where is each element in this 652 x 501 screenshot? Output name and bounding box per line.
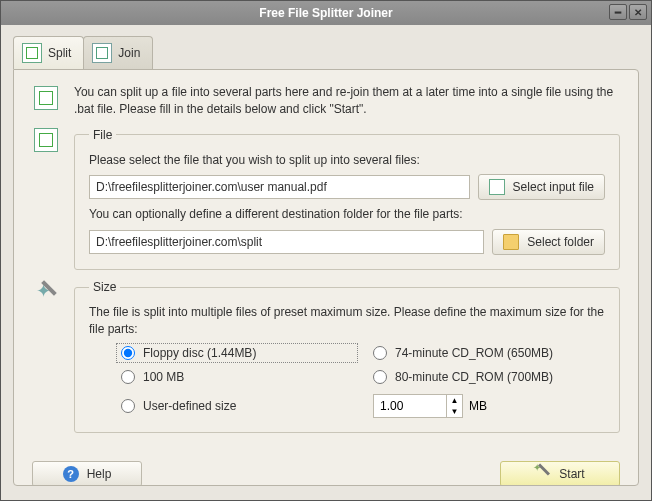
minimize-button[interactable]: ━ — [609, 4, 627, 20]
folder-icon — [503, 234, 519, 250]
tab-join[interactable]: Join — [83, 36, 153, 69]
radio-floppy[interactable]: Floppy disc (1.44MB) — [117, 344, 357, 362]
radio-input[interactable] — [121, 399, 135, 413]
radio-input[interactable] — [373, 346, 387, 360]
split-icon — [22, 43, 42, 63]
button-label: Select input file — [513, 180, 594, 194]
dest-label: You can optionally define a different de… — [89, 206, 605, 223]
client-area: Split Join You can split up a file into … — [1, 25, 651, 500]
info-icon — [34, 86, 58, 110]
custom-size-row: 1.00 ▲ ▼ MB — [373, 394, 605, 418]
radio-label: 74-minute CD_ROM (650MB) — [395, 346, 553, 360]
radio-user-defined[interactable]: User-defined size — [121, 394, 353, 418]
close-button[interactable]: ✕ — [629, 4, 647, 20]
file-section-icon — [34, 128, 58, 152]
tab-label: Split — [48, 46, 71, 60]
intro-text: You can split up a file into several par… — [74, 84, 620, 118]
input-file-path[interactable] — [89, 175, 470, 199]
file-fieldset: File Please select the file that you wis… — [74, 128, 620, 271]
select-folder-button[interactable]: Select folder — [492, 229, 605, 255]
radio-label: 100 MB — [143, 370, 184, 384]
file-icon — [489, 179, 505, 195]
size-desc: The file is split into multiple files of… — [89, 304, 605, 338]
file-legend: File — [89, 128, 116, 142]
custom-size-spinner[interactable]: 1.00 ▲ ▼ — [373, 394, 463, 418]
button-label: Help — [87, 467, 112, 481]
app-window: Free File Splitter Joiner ━ ✕ Split Join… — [0, 0, 652, 501]
custom-size-unit: MB — [469, 399, 487, 413]
radio-input[interactable] — [373, 370, 387, 384]
help-button[interactable]: ? Help — [32, 461, 142, 486]
radio-100mb[interactable]: 100 MB — [121, 370, 353, 384]
radio-label: 80-minute CD_ROM (700MB) — [395, 370, 553, 384]
wand-icon — [34, 280, 58, 304]
select-input-file-button[interactable]: Select input file — [478, 174, 605, 200]
button-label: Start — [559, 467, 584, 481]
tab-strip: Split Join — [13, 35, 639, 69]
footer: ? Help Start — [32, 461, 620, 486]
radio-80cd[interactable]: 80-minute CD_ROM (700MB) — [373, 370, 605, 384]
size-fieldset: Size The file is split into multiple fil… — [74, 280, 620, 433]
window-title: Free File Splitter Joiner — [259, 6, 392, 20]
spin-up-icon[interactable]: ▲ — [447, 395, 462, 406]
radio-input[interactable] — [121, 346, 135, 360]
radio-label: User-defined size — [143, 399, 236, 413]
split-panel: You can split up a file into several par… — [13, 69, 639, 486]
join-icon — [92, 43, 112, 63]
tab-label: Join — [118, 46, 140, 60]
help-icon: ? — [63, 466, 79, 482]
size-legend: Size — [89, 280, 120, 294]
dest-folder-path[interactable] — [89, 230, 484, 254]
radio-label: Floppy disc (1.44MB) — [143, 346, 256, 360]
tab-split[interactable]: Split — [13, 36, 84, 69]
titlebar: Free File Splitter Joiner ━ ✕ — [1, 1, 651, 25]
start-button[interactable]: Start — [500, 461, 620, 486]
custom-size-value: 1.00 — [374, 399, 446, 413]
radio-74cd[interactable]: 74-minute CD_ROM (650MB) — [373, 346, 605, 360]
file-select-label: Please select the file that you wish to … — [89, 152, 605, 169]
start-icon — [535, 466, 551, 482]
radio-input[interactable] — [121, 370, 135, 384]
spin-down-icon[interactable]: ▼ — [447, 406, 462, 417]
button-label: Select folder — [527, 235, 594, 249]
